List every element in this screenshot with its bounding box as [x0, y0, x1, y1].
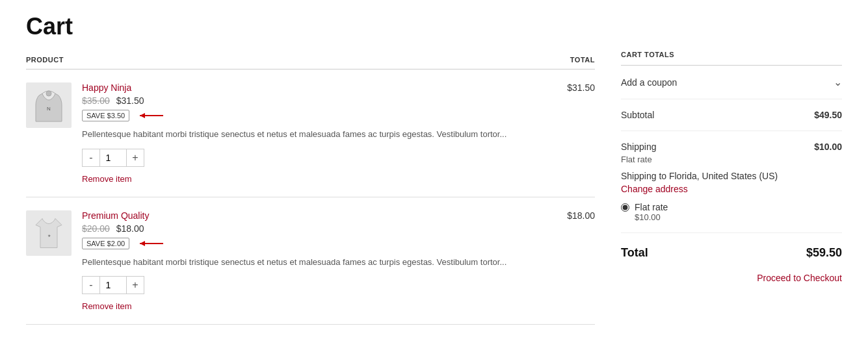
product-col-header: PRODUCT — [26, 51, 564, 69]
svg-point-0 — [46, 91, 51, 96]
change-address-link[interactable]: Change address — [621, 184, 688, 194]
save-row: SAVE $3.50 — [82, 106, 564, 121]
cart-table: PRODUCT TOTAL N Happy Ninja $35.00 $31.5… — [26, 51, 595, 325]
shipping-value: $10.00 — [814, 142, 842, 152]
total-value: $59.50 — [806, 246, 842, 260]
remove-item-link[interactable]: Remove item — [82, 301, 132, 311]
radio-sub: $10.00 — [635, 212, 668, 222]
coupon-row[interactable]: Add a coupon ⌄ — [621, 66, 842, 99]
product-details: Happy Ninja $35.00 $31.50 SAVE $3.50 Pel… — [82, 82, 564, 184]
original-price: $35.00 — [82, 95, 110, 106]
page-title: Cart — [26, 13, 842, 40]
product-description: Pellentesque habitant morbi tristique se… — [82, 256, 564, 269]
qty-minus-button[interactable]: - — [82, 276, 100, 294]
shipping-block: Shipping $10.00 Flat rate Shipping to Fl… — [621, 131, 842, 233]
qty-control: - + — [82, 149, 564, 167]
original-price: $20.00 — [82, 223, 110, 234]
product-image: N — [26, 82, 72, 128]
save-arrow-icon — [138, 238, 164, 249]
svg-marker-3 — [140, 113, 145, 118]
total-col-header: TOTAL — [564, 51, 595, 69]
svg-text:★: ★ — [47, 233, 51, 237]
price-row: $35.00 $31.50 — [82, 95, 564, 106]
save-row: SAVE $2.00 — [82, 234, 564, 249]
sale-price: $31.50 — [116, 95, 144, 106]
product-image: ★ — [26, 210, 72, 256]
item-total: $18.00 — [564, 197, 595, 325]
sidebar: CART TOTALS Add a coupon ⌄ Subtotal $49.… — [621, 51, 842, 283]
flat-rate-note: Flat rate — [621, 155, 842, 164]
table-row: ★ Premium Quality $20.00 $18.00 SAVE $2.… — [26, 197, 595, 325]
chevron-down-icon: ⌄ — [834, 76, 842, 88]
svg-text:N: N — [47, 106, 51, 112]
subtotal-label: Subtotal — [621, 110, 654, 120]
shipping-label: Shipping — [621, 142, 657, 152]
save-badge: SAVE $3.50 — [82, 110, 129, 121]
product-description: Pellentesque habitant morbi tristique se… — [82, 128, 564, 141]
qty-input[interactable] — [100, 149, 126, 167]
cart-totals-title: CART TOTALS — [621, 51, 842, 66]
cart-section: PRODUCT TOTAL N Happy Ninja $35.00 $31.5… — [26, 51, 595, 325]
flat-rate-radio[interactable] — [621, 203, 629, 212]
qty-input[interactable] — [100, 276, 126, 294]
total-label: Total — [621, 246, 648, 260]
subtotal-value: $49.50 — [814, 110, 842, 120]
svg-marker-6 — [140, 241, 145, 246]
shipping-to-text: Shipping to Florida, United States (US) — [621, 171, 842, 181]
qty-control: - + — [82, 276, 564, 294]
subtotal-row: Subtotal $49.50 — [621, 99, 842, 131]
radio-label: Flat rate — [635, 202, 668, 212]
sale-price: $18.00 — [116, 223, 144, 234]
item-total: $31.50 — [564, 69, 595, 197]
product-name-link[interactable]: Premium Quality — [82, 210, 564, 221]
qty-minus-button[interactable]: - — [82, 149, 100, 167]
product-details: Premium Quality $20.00 $18.00 SAVE $2.00… — [82, 210, 564, 312]
qty-plus-button[interactable]: + — [126, 149, 144, 167]
save-badge: SAVE $2.00 — [82, 238, 129, 249]
table-row: N Happy Ninja $35.00 $31.50 SAVE $3.50 — [26, 69, 595, 197]
coupon-label: Add a coupon — [621, 77, 677, 88]
qty-plus-button[interactable]: + — [126, 276, 144, 294]
radio-option-flat-rate: Flat rate $10.00 — [621, 202, 842, 222]
remove-item-link[interactable]: Remove item — [82, 174, 132, 184]
total-row: Total $59.50 — [621, 233, 842, 270]
checkout-link[interactable]: Proceed to Checkout — [621, 273, 842, 283]
save-arrow-icon — [138, 110, 164, 121]
product-name-link[interactable]: Happy Ninja — [82, 82, 564, 93]
price-row: $20.00 $18.00 — [82, 223, 564, 234]
